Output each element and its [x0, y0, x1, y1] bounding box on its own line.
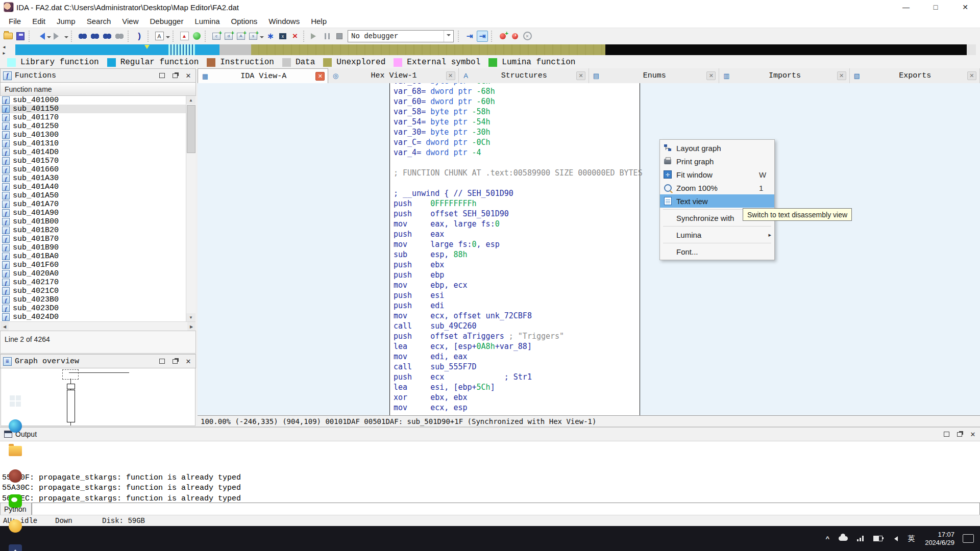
function-list-item[interactable]: f sub_401300 — [1, 131, 186, 139]
jump-back-button[interactable] — [35, 31, 45, 41]
text-options-caret[interactable] — [166, 36, 170, 40]
context-menu-item-lumina[interactable]: Lumina▸ — [660, 228, 774, 241]
function-list-item[interactable]: f sub_4023D0 — [1, 304, 186, 313]
function-list-item[interactable]: f sub_401150 — [1, 105, 186, 113]
asm-line[interactable]: call sub_49C260 — [394, 321, 643, 331]
navband-segment-olive[interactable] — [251, 44, 605, 55]
asm-line[interactable]: lea ecx, [esp+0A8h+var_88] — [394, 341, 643, 352]
asm-line[interactable]: ; __unwind { // SEH_501D90 — [394, 188, 643, 198]
asm-line[interactable]: push edi — [394, 300, 643, 311]
view-tab[interactable]: ▥ Imports ✕ — [719, 68, 849, 83]
step-over-button[interactable]: ⇥ — [477, 31, 488, 42]
graph-viewport-rect[interactable] — [62, 369, 79, 380]
debugger-start-button[interactable] — [310, 31, 320, 41]
debugger-stop-button[interactable] — [334, 31, 345, 41]
tab-close-icon[interactable]: ✕ — [576, 71, 585, 80]
view-tab[interactable]: A Structures ✕ — [459, 68, 589, 83]
function-list-item[interactable]: f sub_401660 — [1, 165, 186, 174]
make-string-button[interactable]: s — [248, 31, 258, 41]
disassembly-listing[interactable]: var_6C= byte ptr -6Chvar_68= dword ptr -… — [394, 83, 643, 413]
navband-segment-regular[interactable] — [195, 44, 219, 55]
tab-close-icon[interactable]: ✕ — [315, 72, 325, 81]
make-data-button[interactable]: d — [224, 31, 234, 41]
maximize-icon[interactable]: □ — [921, 0, 950, 14]
taskbar-app-button[interactable] — [0, 439, 31, 464]
taskbar-app-button[interactable] — [0, 489, 31, 514]
asm-line[interactable]: push offset aTriggers ; "Triggers" — [394, 331, 643, 341]
asm-line[interactable]: lea esi, [ebp+5Ch] — [394, 382, 643, 392]
panel-close-button[interactable]: ✕ — [968, 430, 978, 439]
search-again-button[interactable] — [114, 31, 125, 41]
menu-item[interactable]: File — [3, 17, 27, 26]
tab-close-icon[interactable]: ✕ — [837, 71, 846, 80]
function-list-item[interactable]: f sub_401B90 — [1, 243, 186, 252]
context-menu-item-fit-window[interactable]: ✛Fit windowW — [660, 168, 774, 181]
run-to-cursor-button[interactable] — [510, 31, 520, 41]
save-button[interactable] — [15, 31, 26, 41]
asm-line[interactable]: push 0FFFFFFFFh — [394, 198, 643, 209]
panel-restore-button[interactable] — [157, 357, 167, 366]
function-list-item[interactable]: f sub_401000 — [1, 96, 186, 105]
jump-forward-button[interactable] — [53, 31, 63, 41]
scroll-up-icon[interactable]: ▲ — [186, 96, 195, 104]
asm-line[interactable]: push ecx ; Str1 — [394, 372, 643, 382]
taskbar-app-button[interactable] — [0, 539, 31, 551]
open-file-button[interactable] — [3, 31, 13, 41]
function-list-item[interactable]: f sub_401B70 — [1, 235, 186, 243]
make-string-caret[interactable] — [260, 36, 264, 40]
asm-line[interactable]: ; FUNCTION CHUNK AT .text:00589900 SIZE … — [394, 168, 643, 178]
asm-line[interactable]: push ebx — [394, 260, 643, 270]
asm-line[interactable]: var_54= byte ptr -54h — [394, 117, 643, 127]
view-tab[interactable]: ◎ Hex View-1 ✕ — [328, 68, 458, 83]
function-list-item[interactable]: f sub_401A70 — [1, 200, 186, 209]
function-list-item[interactable]: f sub_4024D0 — [1, 313, 186, 321]
graph-view-pane[interactable]: var_6C= byte ptr -6Chvar_68= dword ptr -… — [198, 83, 980, 415]
panel-restore-button[interactable] — [157, 71, 167, 80]
menu-item[interactable]: Lumina — [189, 17, 225, 26]
asm-line[interactable]: mov ebp, ecx — [394, 280, 643, 290]
scrollbar-thumb[interactable] — [187, 105, 195, 153]
close-icon[interactable]: ✕ — [950, 0, 980, 14]
minimize-icon[interactable]: — — [891, 0, 921, 14]
cloud-icon[interactable] — [839, 536, 848, 541]
delete-breakpoint-button[interactable]: × — [522, 31, 532, 41]
make-code-button[interactable]: c — [211, 31, 222, 41]
search-text-button[interactable] — [90, 31, 100, 41]
debugger-select[interactable]: No debugger — [348, 30, 454, 42]
tab-close-icon[interactable]: ✕ — [446, 71, 455, 80]
function-list-item[interactable]: f sub_402170 — [1, 278, 186, 287]
volume-icon[interactable] — [892, 536, 898, 541]
asm-line[interactable]: var_60= dword ptr -60h — [394, 96, 643, 107]
navband-segment-data[interactable] — [219, 44, 251, 55]
menu-item[interactable]: Debugger — [144, 17, 189, 26]
asm-line[interactable]: var_C= dword ptr -0Ch — [394, 137, 643, 147]
function-list-item[interactable]: f sub_4020A0 — [1, 269, 186, 278]
functions-panel-header[interactable]: f Functions ✕ — [0, 68, 196, 83]
search-sequence-button[interactable] — [102, 31, 112, 41]
panel-float-button[interactable] — [170, 357, 180, 366]
asm-line[interactable]: var_68= dword ptr -68h — [394, 86, 643, 96]
asm-line[interactable]: mov edi, eax — [394, 352, 643, 362]
asm-line[interactable]: mov large fs:0, esp — [394, 239, 643, 249]
taskbar-clock[interactable]: 17:07 2024/6/29 — [925, 531, 954, 547]
function-list-item[interactable]: f sub_401BA0 — [1, 252, 186, 261]
function-list-item[interactable]: f sub_401170 — [1, 113, 186, 122]
context-menu-item-print-graph[interactable]: Print graph — [660, 155, 774, 168]
function-list-item[interactable]: f sub_401F60 — [1, 261, 186, 269]
menu-item[interactable]: Options — [226, 17, 263, 26]
output-log[interactable]: 555F0F: propagate_stkargs: function is a… — [0, 441, 980, 503]
battery-icon[interactable] — [873, 536, 883, 541]
asm-line[interactable]: push eax — [394, 229, 643, 239]
forward-history-caret[interactable] — [64, 36, 68, 40]
function-list-item[interactable]: f sub_401B00 — [1, 217, 186, 226]
menu-item[interactable]: View — [116, 17, 144, 26]
input-language-indicator[interactable]: 英 — [908, 534, 915, 543]
view-tab[interactable]: ▦ IDA View-A ✕ — [198, 68, 328, 83]
make-name-button[interactable]: A — [236, 31, 246, 41]
function-list-item[interactable]: f sub_4023B0 — [1, 295, 186, 304]
function-list-item[interactable]: f sub_401B20 — [1, 226, 186, 235]
taskbar-app-button[interactable] — [0, 514, 31, 539]
scroll-right-icon[interactable]: ▶ — [187, 322, 195, 331]
menu-item[interactable]: Edit — [27, 17, 51, 26]
asm-line[interactable]: push offset SEH_501D90 — [394, 209, 643, 219]
